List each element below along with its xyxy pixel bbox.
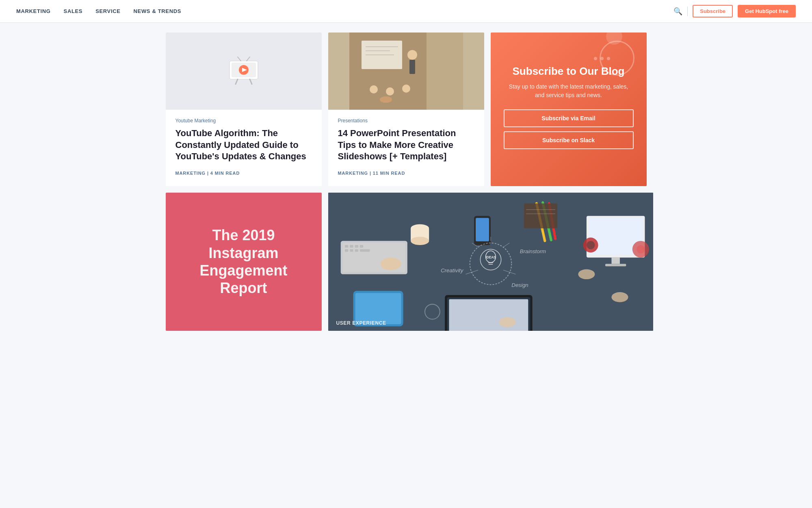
- svg-rect-35: [611, 258, 620, 264]
- svg-text:IDEAS: IDEAS: [485, 256, 496, 259]
- nav-divider: [687, 7, 688, 16]
- svg-point-17: [370, 85, 378, 93]
- svg-rect-36: [605, 264, 626, 266]
- get-hubspot-button[interactable]: Get HubSpot free: [738, 5, 796, 17]
- svg-rect-32: [359, 249, 370, 252]
- svg-line-7: [247, 57, 250, 61]
- bottom-grid: The 2019 Instagram Engagement Report: [162, 189, 650, 341]
- youtube-card-title: YouTube Algorithm: The Constantly Update…: [175, 128, 312, 163]
- nav-sales[interactable]: SALES: [64, 8, 83, 14]
- subscribe-widget: Subscribe to Our Blog Stay up to date wi…: [491, 33, 647, 186]
- subscribe-slack-button[interactable]: Subscribe on Slack: [504, 131, 634, 149]
- youtube-card-meta: MARKETING | 4 MIN READ: [175, 171, 240, 176]
- svg-rect-31: [355, 249, 358, 252]
- svg-line-6: [238, 57, 241, 61]
- instagram-card: The 2019 Instagram Engagement Report: [166, 193, 322, 331]
- decorative-dots: [594, 57, 610, 60]
- svg-point-19: [402, 85, 410, 93]
- svg-rect-16: [409, 60, 415, 74]
- svg-point-15: [407, 50, 417, 60]
- svg-point-70: [499, 317, 515, 327]
- svg-point-69: [611, 292, 628, 302]
- svg-rect-10: [427, 33, 463, 110]
- subscribe-widget-description: Stay up to date with the latest marketin…: [504, 82, 634, 100]
- brainstorm-card: IDEAS Creativity Brainstorm Design: [328, 193, 653, 331]
- presentations-card: Presentations 14 PowerPoint Presentation…: [328, 33, 484, 186]
- presentations-card-title: 14 PowerPoint Presentation Tips to Make …: [338, 128, 474, 163]
- youtube-card: Youtube Marketing YouTube Algorithm: The…: [166, 33, 322, 186]
- instagram-card-title: The 2019 Instagram Engagement Report: [166, 210, 322, 313]
- svg-rect-30: [350, 249, 353, 252]
- svg-point-18: [386, 87, 394, 96]
- presentations-card-meta: MARKETING | 11 MIN READ: [338, 171, 405, 176]
- svg-rect-60: [355, 293, 401, 324]
- nav-service[interactable]: SERVICE: [95, 8, 120, 14]
- svg-text:Brainstorm: Brainstorm: [520, 248, 546, 254]
- youtube-card-category: Youtube Marketing: [175, 118, 312, 124]
- navigation: MARKETING SALES SERVICE NEWS & TRENDS 🔍 …: [0, 0, 812, 23]
- subscribe-nav-button[interactable]: Subscribe: [693, 5, 733, 17]
- main-grid: Youtube Marketing YouTube Algorithm: The…: [162, 23, 650, 189]
- nav-news-trends[interactable]: NEWS & TRENDS: [134, 8, 182, 14]
- svg-rect-28: [359, 245, 363, 247]
- svg-point-73: [586, 241, 595, 249]
- search-icon[interactable]: 🔍: [673, 7, 682, 16]
- presentations-card-category: Presentations: [338, 118, 474, 124]
- brainstorm-category-label: User Experience: [336, 320, 386, 326]
- svg-rect-61: [524, 203, 557, 228]
- subscribe-email-button[interactable]: Subscribe via Email: [504, 109, 634, 127]
- svg-rect-29: [345, 249, 348, 252]
- subscribe-widget-title: Subscribe to Our Blog: [513, 65, 625, 78]
- svg-rect-26: [350, 245, 353, 247]
- svg-rect-25: [345, 245, 348, 247]
- presentations-card-image: [328, 33, 484, 110]
- svg-rect-66: [449, 299, 528, 331]
- svg-rect-41: [476, 218, 489, 241]
- svg-point-67: [380, 258, 401, 270]
- svg-point-20: [380, 96, 392, 103]
- svg-text:Design: Design: [511, 282, 528, 288]
- svg-point-68: [578, 269, 595, 279]
- svg-rect-27: [355, 245, 358, 247]
- youtube-card-image: [166, 33, 322, 110]
- nav-marketing[interactable]: MARKETING: [16, 8, 51, 14]
- youtube-card-body: Youtube Marketing YouTube Algorithm: The…: [166, 110, 322, 186]
- svg-point-75: [636, 245, 645, 254]
- presentations-card-body: Presentations 14 PowerPoint Presentation…: [328, 110, 484, 186]
- svg-point-39: [411, 237, 429, 245]
- nav-links: MARKETING SALES SERVICE NEWS & TRENDS: [16, 8, 673, 14]
- svg-text:Creativity: Creativity: [440, 267, 463, 273]
- svg-line-4: [236, 79, 238, 84]
- nav-right-actions: 🔍 Subscribe Get HubSpot free: [673, 5, 796, 17]
- svg-line-5: [250, 79, 252, 84]
